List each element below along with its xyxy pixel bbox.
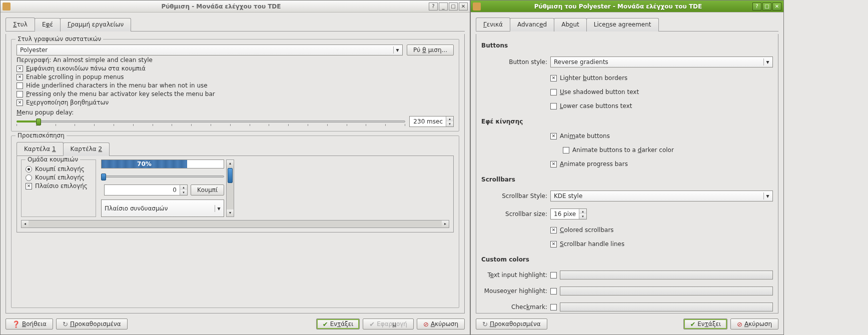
lowercase-checkbox[interactable] bbox=[550, 103, 557, 110]
defaults-button[interactable]: ↻Προκαθορισμένα bbox=[56, 318, 128, 330]
polyester-settings-window: Ρύθμιση του Polyester - Μονάδα ελέγχου τ… bbox=[470, 0, 784, 335]
help-titlebutton[interactable]: ? bbox=[429, 2, 438, 10]
preview-hscrollbar[interactable]: ◂▸ bbox=[21, 220, 449, 228]
preview-button[interactable]: Κουμπί bbox=[191, 184, 224, 196]
preview-group: Προεπισκόπηση Καρτέλα 1 Καρτέλα 2 Ομάδα … bbox=[11, 136, 459, 308]
menu-activator-checkbox[interactable] bbox=[17, 91, 23, 98]
scroll-up-icon[interactable]: ▴ bbox=[227, 160, 234, 167]
checkmark-color[interactable] bbox=[560, 302, 773, 312]
enable-tooltips-checkbox[interactable] bbox=[17, 100, 23, 106]
preview-progressbar: 70% bbox=[101, 160, 224, 168]
check-icon: ✔ bbox=[690, 320, 695, 328]
window-icon bbox=[3, 2, 11, 10]
cancel-button[interactable]: ⊘Ακύρωση bbox=[730, 318, 778, 330]
widget-style-group: Στυλ γραφικών συστατικών Polyester ▾ Ρύθ… bbox=[11, 39, 459, 132]
minimize-titlebutton[interactable]: _ bbox=[439, 2, 448, 10]
chevron-down-icon: ▾ bbox=[393, 46, 401, 54]
popup-delay-slider[interactable] bbox=[17, 116, 405, 127]
style-combo[interactable]: Polyester ▾ bbox=[17, 44, 403, 56]
preview-tab-2[interactable]: Καρτέλα 2 bbox=[63, 142, 110, 156]
mouseover-highlight-color[interactable] bbox=[560, 286, 773, 296]
check-icon: ✔ bbox=[323, 320, 328, 328]
reset-icon: ↻ bbox=[63, 320, 68, 328]
text-highlight-checkbox[interactable] bbox=[550, 272, 557, 278]
window-icon bbox=[473, 2, 481, 10]
preview-radio-1[interactable] bbox=[26, 166, 32, 172]
help-titlebutton[interactable]: ? bbox=[752, 2, 761, 10]
hide-underline-checkbox[interactable] bbox=[17, 82, 23, 89]
defaults-button[interactable]: ↻Προκαθορισμένα bbox=[476, 318, 547, 330]
scrollbar-size-spinbox[interactable]: ▴▾ bbox=[550, 208, 587, 220]
cancel-button[interactable]: ⊘Ακύρωση bbox=[417, 318, 465, 330]
preview-vscrollbar[interactable]: ▴ ▾ bbox=[226, 160, 234, 217]
maximize-titlebutton[interactable]: □ bbox=[449, 2, 458, 10]
handle-lines-checkbox[interactable] bbox=[550, 241, 557, 248]
animation-section-title: Εφέ κίνησης bbox=[481, 118, 773, 125]
tab-style[interactable]: Στυλ bbox=[6, 18, 35, 31]
mouseover-highlight-checkbox[interactable] bbox=[550, 288, 557, 294]
ok-button[interactable]: ✔Εντάξει bbox=[683, 318, 727, 330]
checkmark-color-checkbox[interactable] bbox=[550, 304, 557, 310]
preview-legend: Προεπισκόπηση bbox=[16, 132, 67, 139]
close-titlebutton[interactable]: ✕ bbox=[459, 2, 468, 10]
custom-colors-section-title: Custom colors bbox=[481, 256, 773, 263]
show-icons-checkbox[interactable] bbox=[17, 66, 23, 72]
preview-spinbox[interactable]: ▴▾ bbox=[104, 184, 188, 196]
button-group-box: Ομάδα κουμπιών Κουμπί επιλογής Κουμπί επ… bbox=[21, 160, 96, 217]
window-title: Ρύθμιση - Μονάδα ελέγχου του TDE bbox=[14, 3, 429, 10]
text-highlight-color[interactable] bbox=[560, 270, 773, 280]
cancel-icon: ⊘ bbox=[737, 320, 742, 328]
tab-license[interactable]: License agreement bbox=[586, 18, 659, 32]
lighter-borders-checkbox[interactable] bbox=[550, 75, 557, 82]
preview-combo[interactable]: Πλαίσιο συνδυασμών ▾ bbox=[101, 200, 224, 217]
animate-darker-checkbox[interactable] bbox=[563, 147, 569, 154]
widget-style-legend: Στυλ γραφικών συστατικών bbox=[16, 36, 103, 42]
preview-tab-1[interactable]: Καρτέλα 1 bbox=[17, 142, 64, 156]
spin-down-icon[interactable]: ▾ bbox=[446, 122, 453, 126]
scrollbar-style-combo[interactable]: KDE style ▾ bbox=[550, 190, 773, 202]
style-description: Περιγραφή: An almost simple and clean st… bbox=[17, 56, 454, 64]
maximize-titlebutton[interactable]: □ bbox=[762, 2, 771, 10]
scroll-down-icon[interactable]: ▾ bbox=[227, 210, 234, 216]
reset-icon: ↻ bbox=[482, 320, 488, 328]
tab-general[interactable]: Γενικά bbox=[476, 18, 510, 31]
help-button[interactable]: ❓Βοήθεια bbox=[6, 318, 53, 330]
ok-button[interactable]: ✔Εντάξει bbox=[316, 318, 360, 330]
preview-slider[interactable] bbox=[101, 172, 224, 180]
animate-progress-checkbox[interactable] bbox=[550, 161, 557, 168]
cancel-icon: ⊘ bbox=[423, 320, 429, 328]
preview-radio-2[interactable] bbox=[26, 174, 32, 181]
configure-style-button[interactable]: Ρύθμιση... bbox=[407, 44, 454, 56]
close-titlebutton[interactable]: ✕ bbox=[772, 2, 781, 10]
check-icon: ✔ bbox=[369, 320, 375, 328]
enable-scroll-checkbox[interactable] bbox=[17, 74, 23, 80]
help-icon: ❓ bbox=[12, 320, 20, 328]
popup-delay-spinbox[interactable]: ▴▾ bbox=[409, 116, 454, 127]
titlebar[interactable]: Ρύθμιση του Polyester - Μονάδα ελέγχου τ… bbox=[471, 0, 783, 12]
shadowed-text-checkbox[interactable] bbox=[550, 89, 557, 96]
chevron-down-icon: ▾ bbox=[763, 58, 771, 66]
tab-about[interactable]: About bbox=[554, 18, 586, 32]
chevron-down-icon: ▾ bbox=[215, 205, 223, 212]
main-tabs: Στυλ Εφέ Γραμμή εργαλείων bbox=[6, 18, 465, 32]
button-group-legend: Ομάδα κουμπιών bbox=[26, 156, 80, 163]
spin-up-icon[interactable]: ▴ bbox=[446, 116, 453, 122]
preview-checkbox[interactable] bbox=[26, 183, 32, 190]
window-title: Ρύθμιση του Polyester - Μονάδα ελέγχου τ… bbox=[484, 3, 752, 10]
animate-buttons-checkbox[interactable] bbox=[550, 133, 557, 140]
apply-button[interactable]: ✔Εφαρμογή bbox=[363, 318, 414, 330]
polyester-tabs: Γενικά Advanced About License agreement bbox=[476, 18, 778, 32]
titlebar[interactable]: Ρύθμιση - Μονάδα ελέγχου του TDE ? _ □ ✕ bbox=[1, 0, 470, 12]
button-style-combo[interactable]: Reverse gradients ▾ bbox=[550, 56, 773, 68]
style-settings-window: Ρύθμιση - Μονάδα ελέγχου του TDE ? _ □ ✕… bbox=[0, 0, 470, 335]
buttons-section-title: Buttons bbox=[481, 42, 773, 49]
tab-effects[interactable]: Εφέ bbox=[35, 18, 61, 32]
scrollbars-section-title: Scrollbars bbox=[481, 176, 773, 183]
colored-scrollbars-checkbox[interactable] bbox=[550, 227, 557, 234]
tab-advanced[interactable]: Advanced bbox=[510, 18, 554, 32]
chevron-down-icon: ▾ bbox=[763, 192, 771, 200]
tab-toolbar[interactable]: Γραμμή εργαλείων bbox=[60, 18, 131, 32]
